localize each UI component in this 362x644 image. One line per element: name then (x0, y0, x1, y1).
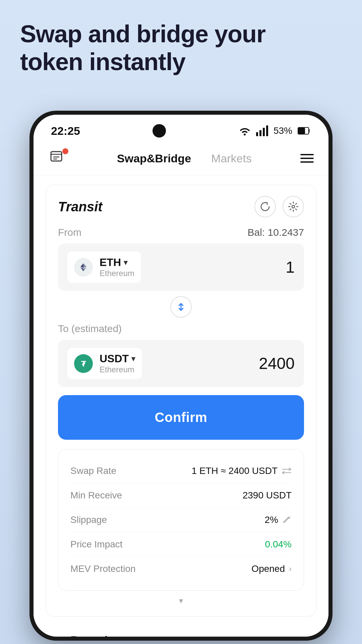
to-token-name: USDT ▾ (100, 353, 135, 365)
min-receive-label: Min Receive (70, 490, 122, 501)
status-time: 22:25 (51, 124, 80, 138)
menu-line-2 (300, 158, 314, 159)
min-receive-row: Min Receive 2390 USDT (70, 483, 292, 508)
chevron-right-icon: › (289, 564, 292, 574)
headline: Swap and bridge your token instantly (20, 20, 342, 76)
refresh-button[interactable] (254, 196, 276, 217)
transit-card: Transit (46, 185, 316, 616)
eth-logo (74, 258, 93, 277)
last-record-header: Last Record More (46, 625, 316, 637)
to-section-label: To (estimated) (58, 323, 304, 334)
notification-badge (62, 148, 68, 154)
mev-protection-value: Opened › (251, 564, 292, 574)
svg-rect-0 (256, 132, 258, 136)
signal-icon (256, 125, 268, 136)
from-token-amount: 1 (286, 258, 295, 276)
wifi-icon (239, 126, 251, 136)
status-icons: 53% (239, 125, 311, 136)
to-token-amount: 2400 (259, 354, 295, 373)
nav-bar: Swap&Bridge Markets (34, 142, 328, 175)
tab-markets[interactable]: Markets (211, 152, 252, 165)
slippage-value: 2% (265, 515, 292, 525)
to-token-info[interactable]: ₮ USDT ▾ Ethereum (67, 348, 142, 379)
from-token-info[interactable]: ETH ▾ Ethereum (67, 252, 141, 283)
swap-direction-button[interactable] (170, 296, 192, 318)
price-impact-value: 0.04% (265, 539, 292, 550)
swap-rate-label: Swap Rate (70, 466, 116, 476)
from-token-chain: Ethereum (100, 269, 134, 278)
swap-info-card: Swap Rate 1 ETH ≈ 2400 USDT Min Receive … (58, 449, 304, 591)
edit-icon[interactable] (282, 515, 292, 525)
from-token-row[interactable]: ETH ▾ Ethereum 1 (58, 244, 304, 291)
menu-button[interactable] (300, 154, 314, 163)
svg-rect-6 (51, 152, 62, 161)
svg-rect-5 (299, 128, 305, 133)
svg-text:₮: ₮ (81, 360, 86, 368)
settings-icon (288, 201, 299, 212)
swap-direction (58, 296, 304, 318)
collapse-arrow[interactable]: ▾ (58, 596, 304, 605)
status-bar: 22:25 53% (34, 115, 328, 142)
mev-protection-label: MEV Protection (70, 564, 136, 574)
usdt-logo: ₮ (74, 354, 93, 373)
transit-actions (254, 196, 304, 217)
price-impact-row: Price Impact 0.04% (70, 532, 292, 557)
phone-frame: 22:25 53% (29, 111, 333, 641)
from-label: From (58, 227, 81, 238)
menu-line-3 (300, 161, 314, 163)
to-token-name-wrap: USDT ▾ Ethereum (100, 353, 135, 374)
battery-icon (298, 126, 311, 136)
to-token-row[interactable]: ₮ USDT ▾ Ethereum 2400 (58, 340, 304, 387)
collapse-chevron: ▾ (179, 596, 183, 605)
swap-arrows-icon (175, 301, 187, 313)
from-token-chevron: ▾ (124, 258, 127, 267)
from-token-name-wrap: ETH ▾ Ethereum (100, 256, 134, 278)
transit-header: Transit (58, 196, 304, 217)
transit-logo: Transit (58, 199, 103, 214)
main-content: Transit (34, 175, 328, 637)
tab-swap-bridge[interactable]: Swap&Bridge (117, 152, 191, 165)
svg-rect-2 (263, 128, 265, 136)
mev-protection-row[interactable]: MEV Protection Opened › (70, 557, 292, 581)
confirm-button[interactable]: Confirm (58, 395, 304, 440)
balance-display: Bal: 10.2437 (248, 227, 304, 238)
slippage-label: Slippage (70, 515, 107, 525)
to-token-chevron: ▾ (131, 355, 135, 363)
last-record-label: Last Record (46, 634, 108, 637)
swap-icon (282, 467, 292, 475)
battery-percent: 53% (274, 125, 292, 136)
from-token-name: ETH ▾ (100, 256, 134, 269)
swap-rate-row: Swap Rate 1 ETH ≈ 2400 USDT (70, 459, 292, 483)
notification-button[interactable] (48, 148, 68, 168)
to-label: To (estimated) (58, 323, 122, 334)
settings-button[interactable] (283, 196, 304, 217)
front-camera (153, 124, 166, 138)
refresh-icon (260, 201, 270, 212)
min-receive-value: 2390 USDT (243, 490, 292, 501)
menu-line-1 (300, 154, 314, 155)
nav-tabs: Swap&Bridge Markets (68, 152, 300, 165)
svg-rect-3 (266, 125, 268, 136)
page-background: Swap and bridge your token instantly 22:… (0, 0, 362, 644)
price-impact-label: Price Impact (70, 539, 123, 550)
svg-point-10 (292, 205, 295, 208)
last-record-more[interactable]: More (295, 635, 316, 637)
from-section-label: From Bal: 10.2437 (58, 227, 304, 238)
to-token-chain: Ethereum (100, 365, 135, 374)
phone-screen: 22:25 53% (34, 115, 328, 637)
svg-rect-1 (259, 130, 261, 136)
slippage-row: Slippage 2% (70, 508, 292, 532)
swap-rate-value: 1 ETH ≈ 2400 USDT (191, 466, 292, 476)
headline-text: Swap and bridge your token instantly (20, 20, 342, 76)
